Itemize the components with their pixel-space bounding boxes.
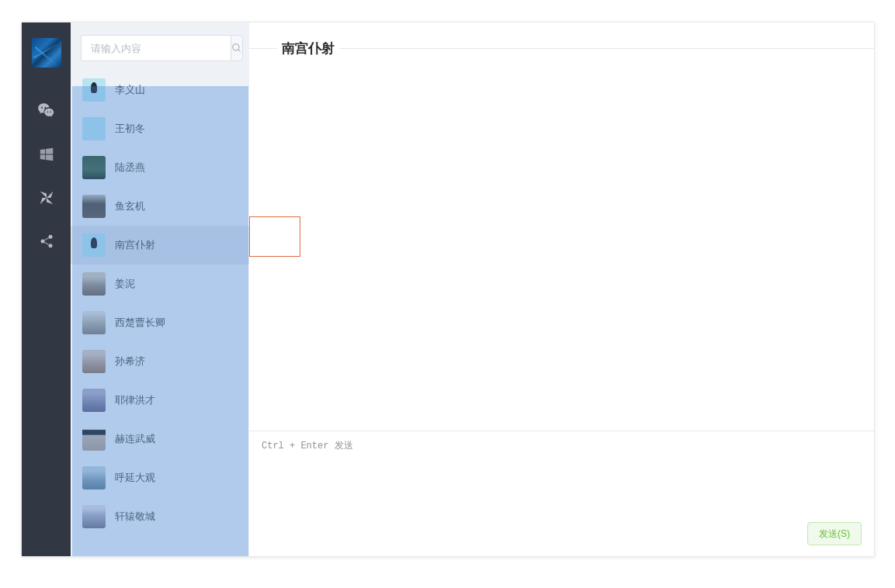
contact-item[interactable]: 赫连武威: [71, 420, 249, 458]
search-icon: [231, 43, 242, 54]
share-icon[interactable]: [36, 231, 57, 251]
contact-name: 赫连武威: [115, 432, 155, 446]
avatar: [82, 389, 106, 412]
contact-column: 李义山 王初冬 陆丞燕 鱼玄机 南宫仆射 姜泥 西楚曹长卿 孙希济 耶律洪才 赫…: [71, 22, 249, 556]
contact-name: 姜泥: [115, 277, 135, 291]
composer: Ctrl + Enter 发送 发送(S): [249, 431, 874, 556]
contact-name: 孙希济: [115, 355, 145, 368]
avatar: [82, 505, 106, 528]
send-button[interactable]: 发送(S): [807, 522, 862, 545]
composer-actions: 发送(S): [262, 522, 862, 545]
contact-item[interactable]: 耶律洪才: [71, 381, 249, 420]
svg-point-0: [48, 235, 52, 239]
avatar: [82, 466, 106, 489]
message-input[interactable]: [262, 457, 862, 522]
svg-point-2: [48, 244, 52, 247]
search-row: [71, 22, 249, 71]
avatar: [82, 78, 106, 102]
nav-rail: [22, 22, 71, 556]
pinwheel-icon[interactable]: [36, 188, 57, 208]
svg-point-1: [40, 240, 44, 244]
contact-name: 南宫仆射: [115, 238, 155, 252]
divider-line: [339, 48, 874, 49]
contact-item[interactable]: 姜泥: [71, 265, 249, 303]
contact-item[interactable]: 西楚曹长卿: [71, 303, 249, 342]
avatar: [82, 427, 106, 451]
svg-point-3: [233, 44, 239, 50]
contact-name: 李义山: [115, 83, 145, 97]
contact-item[interactable]: 陆丞燕: [71, 148, 249, 187]
avatar: [82, 350, 106, 373]
contact-list[interactable]: 李义山 王初冬 陆丞燕 鱼玄机 南宫仆射 姜泥 西楚曹长卿 孙希济 耶律洪才 赫…: [71, 71, 249, 556]
chat-panel: 南宫仆射 Ctrl + Enter 发送 发送(S): [249, 22, 874, 556]
avatar: [82, 233, 106, 257]
chat-header: 南宫仆射: [249, 22, 874, 57]
contact-item[interactable]: 李义山: [71, 71, 249, 109]
divider-line: [249, 48, 277, 49]
contact-item[interactable]: 孙希济: [71, 342, 249, 381]
contact-name: 呼延大观: [115, 471, 155, 485]
contact-name: 西楚曹长卿: [115, 316, 165, 330]
contact-item[interactable]: 鱼玄机: [71, 187, 249, 226]
search-input[interactable]: [81, 35, 231, 61]
user-avatar[interactable]: [32, 38, 61, 67]
avatar: [82, 311, 106, 334]
annotation-box: [249, 216, 300, 257]
windows-icon[interactable]: [36, 144, 57, 164]
search-button[interactable]: [231, 35, 243, 61]
avatar: [82, 195, 106, 218]
contact-name: 王初冬: [115, 122, 145, 136]
contact-item[interactable]: 王初冬: [71, 109, 249, 148]
contact-item[interactable]: 呼延大观: [71, 458, 249, 497]
contact-item[interactable]: 轩辕敬城: [71, 497, 249, 536]
app-window: 李义山 王初冬 陆丞燕 鱼玄机 南宫仆射 姜泥 西楚曹长卿 孙希济 耶律洪才 赫…: [21, 22, 875, 557]
chat-title: 南宫仆射: [277, 40, 339, 57]
wechat-icon[interactable]: [36, 101, 57, 121]
avatar: [82, 117, 106, 140]
avatar: [82, 156, 106, 179]
contact-name: 陆丞燕: [115, 161, 145, 175]
avatar: [82, 272, 106, 296]
chat-messages[interactable]: [249, 57, 874, 431]
contact-name: 鱼玄机: [115, 199, 145, 213]
contact-name: 轩辕敬城: [115, 510, 155, 524]
contact-item[interactable]: 南宫仆射: [71, 226, 249, 265]
contact-name: 耶律洪才: [115, 393, 155, 407]
composer-hint: Ctrl + Enter 发送: [262, 439, 862, 452]
